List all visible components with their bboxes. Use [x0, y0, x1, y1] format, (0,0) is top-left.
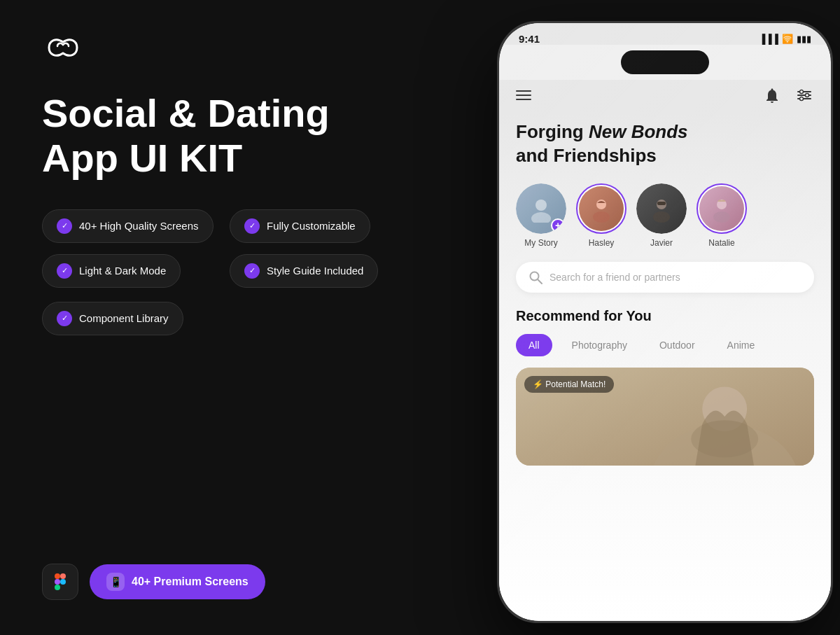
- search-bar[interactable]: Search for a friend or partners: [516, 262, 814, 293]
- check-icon-component: ✓: [57, 311, 72, 326]
- feature-component: ✓ Component Library: [42, 302, 183, 335]
- svg-rect-17: [657, 202, 666, 205]
- feature-component-label: Component Library: [79, 312, 169, 324]
- story-avatar-my: +: [516, 183, 566, 234]
- wifi-icon: 🛜: [782, 34, 793, 44]
- story-my-name: My Story: [524, 238, 557, 248]
- status-bar: 9:41 ▐▐▐ 🛜 ▮▮▮: [499, 23, 831, 45]
- brand-logo: [42, 34, 84, 64]
- premium-phone-icon: 📱: [106, 573, 125, 591]
- battery-icon: ▮▮▮: [797, 34, 811, 44]
- svg-point-11: [536, 200, 547, 211]
- check-icon-screens: ✓: [57, 218, 72, 234]
- feature-styleguide-label: Style Guide Included: [267, 265, 363, 277]
- story-avatar-natalie: [696, 183, 747, 234]
- svg-rect-2: [55, 579, 60, 585]
- filter-settings-icon[interactable]: [794, 85, 814, 105]
- story-javier[interactable]: Javier: [636, 183, 687, 248]
- filter-tab-all[interactable]: All: [516, 334, 552, 356]
- feature-screens: ✓ 40+ High Quality Screens: [42, 209, 214, 243]
- story-my[interactable]: + My Story: [516, 183, 566, 248]
- filter-tab-photography[interactable]: Photography: [559, 334, 640, 356]
- svg-point-10: [800, 97, 804, 101]
- feature-customizable-label: Fully Customizable: [267, 220, 356, 232]
- svg-point-4: [60, 579, 66, 585]
- feature-styleguide: ✓ Style Guide Included: [230, 254, 378, 288]
- svg-point-8: [800, 90, 804, 94]
- features-grid: ✓ 40+ High Quality Screens ✓ Fully Custo…: [42, 209, 406, 288]
- story-natalie-name: Natalie: [708, 238, 734, 248]
- notification-bell-icon[interactable]: [762, 85, 782, 105]
- story-javier-name: Javier: [650, 238, 673, 248]
- svg-rect-0: [55, 573, 60, 579]
- svg-rect-1: [60, 573, 66, 579]
- feature-darkmode-label: Light & Dark Mode: [79, 265, 166, 277]
- check-icon-customizable: ✓: [244, 218, 260, 234]
- filter-tabs: All Photography Outdoor Anime: [516, 334, 814, 356]
- premium-label: 40+ Premium Screens: [132, 575, 248, 588]
- phone-outer: 9:41 ▐▐▐ 🛜 ▮▮▮: [497, 21, 833, 623]
- hamburger-line: [516, 99, 531, 100]
- hamburger-menu[interactable]: [516, 90, 531, 100]
- figma-badge: [42, 564, 78, 600]
- add-story-button[interactable]: +: [551, 218, 565, 232]
- search-placeholder-text: Search for a friend or partners: [550, 272, 680, 283]
- stories-row: + My Story: [516, 183, 814, 248]
- left-panel: Social & Dating App UI KIT ✓ 40+ High Qu…: [42, 91, 406, 347]
- dynamic-island: [621, 50, 709, 74]
- app-content: Forging New Bondsand Friendships: [499, 113, 831, 620]
- story-avatar-hasley: [576, 183, 626, 234]
- app-header: [499, 80, 831, 113]
- header-action-icons: [762, 85, 814, 105]
- filter-tab-anime[interactable]: Anime: [715, 334, 768, 356]
- premium-badge[interactable]: 📱 40+ Premium Screens: [90, 564, 265, 599]
- svg-line-21: [538, 279, 542, 284]
- phone-screen: 9:41 ▐▐▐ 🛜 ▮▮▮: [499, 23, 831, 621]
- story-hasley[interactable]: Hasley: [576, 183, 626, 248]
- bottom-bar: 📱 40+ Premium Screens: [42, 564, 265, 600]
- avatar-hasley-inner: [579, 186, 624, 231]
- phone-mockup: 9:41 ▐▐▐ 🛜 ▮▮▮: [497, 21, 840, 630]
- svg-point-9: [806, 94, 809, 97]
- match-card[interactable]: ⚡ Potential Match!: [516, 368, 814, 466]
- check-icon-styleguide: ✓: [244, 263, 260, 279]
- potential-match-badge: ⚡ Potential Match!: [524, 376, 614, 393]
- story-avatar-javier: [636, 183, 687, 234]
- svg-point-16: [653, 211, 670, 223]
- hamburger-line: [516, 90, 531, 92]
- story-hasley-name: Hasley: [589, 238, 615, 248]
- check-icon-darkmode: ✓: [57, 263, 72, 279]
- app-hero-title: Forging New Bondsand Friendships: [516, 120, 814, 168]
- main-title: Social & Dating App UI KIT: [42, 91, 406, 181]
- filter-tab-outdoor[interactable]: Outdoor: [647, 334, 708, 356]
- signal-icon: ▐▐▐: [759, 34, 778, 44]
- svg-point-19: [713, 211, 730, 223]
- feature-darkmode: ✓ Light & Dark Mode: [42, 254, 181, 288]
- feature-customizable: ✓ Fully Customizable: [230, 209, 370, 243]
- story-natalie[interactable]: Natalie: [696, 183, 747, 248]
- recommend-title: Recommend for You: [516, 308, 814, 324]
- search-icon: [528, 270, 542, 284]
- feature-component-row: ✓ Component Library: [42, 302, 406, 335]
- avatar-natalie-inner: [699, 186, 744, 231]
- hamburger-line: [516, 95, 531, 96]
- status-time: 9:41: [519, 33, 540, 45]
- svg-rect-3: [55, 585, 60, 590]
- svg-point-12: [531, 212, 551, 223]
- avatar-javier-inner: [636, 183, 687, 234]
- svg-point-14: [593, 211, 610, 223]
- feature-screens-label: 40+ High Quality Screens: [79, 220, 199, 232]
- status-icons: ▐▐▐ 🛜 ▮▮▮: [759, 34, 811, 44]
